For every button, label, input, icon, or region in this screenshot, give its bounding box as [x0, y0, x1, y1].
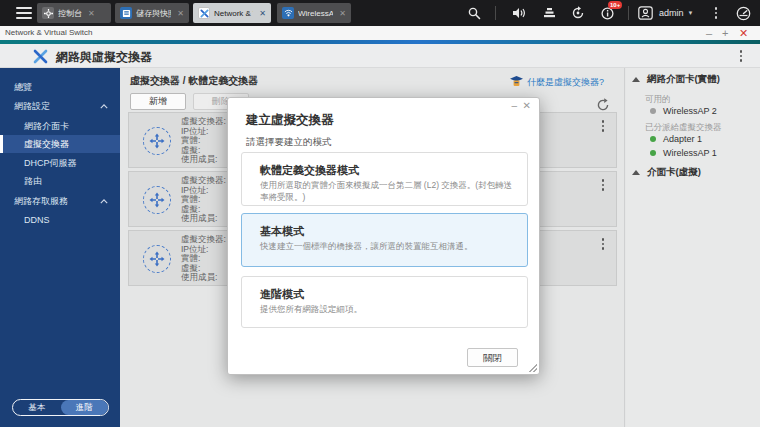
- sidebar-item-virtual-switch[interactable]: 虛擬交換器: [0, 135, 120, 153]
- user-name: admin: [659, 8, 684, 18]
- window-titlebar: Network & Virtual Switch – + ✕: [0, 26, 760, 40]
- option-advanced-mode[interactable]: 進階模式 提供您所有網路設定細項。: [241, 276, 528, 328]
- close-button[interactable]: 關閉: [467, 348, 518, 367]
- taskbar: 控制台 ✕ 儲存與快照... ✕ Network & Vi... ✕ Wirel…: [0, 0, 760, 26]
- window-title: Network & Virtual Switch: [5, 28, 92, 37]
- user-menu[interactable]: admin ▼: [659, 0, 693, 26]
- app-logo-icon: [32, 48, 49, 69]
- tab-storage-snapshots[interactable]: 儲存與快照... ✕: [115, 3, 189, 23]
- interface-item[interactable]: WirelessAP 1: [650, 148, 717, 158]
- tab-control-panel[interactable]: 控制台 ✕: [37, 3, 111, 23]
- wireless-icon: [282, 7, 294, 19]
- tab-label: Network & Vi...: [214, 9, 253, 18]
- row-more-icon[interactable]: [598, 119, 608, 133]
- taskbar-more-icon[interactable]: [711, 6, 721, 20]
- tab-close-icon[interactable]: ✕: [88, 9, 95, 18]
- storage-icon: [120, 7, 132, 19]
- dialog-close-icon[interactable]: ✕: [523, 100, 531, 111]
- panel-section-virtual[interactable]: 介面卡(虛擬): [632, 166, 701, 179]
- tab-wirelessap[interactable]: WirelessAP ... ✕: [277, 3, 351, 23]
- network-icon: [198, 7, 210, 19]
- mode-toggle: 基本 進階: [12, 399, 109, 416]
- sidebar-item-overview[interactable]: 總覽: [0, 78, 120, 96]
- dialog-subtitle: 請選擇要建立的模式: [246, 136, 332, 149]
- option-software-defined-mode[interactable]: 軟體定義交換器模式 使用所選取的實體介面來模擬成一台第二層 (L2) 交換器。(…: [241, 152, 528, 206]
- window-close-button[interactable]: ✕: [739, 26, 748, 40]
- gear-icon: [42, 7, 54, 19]
- collapse-triangle-icon: [632, 170, 640, 175]
- sidebar-item-network-interfaces[interactable]: 網路介面卡: [0, 117, 120, 135]
- help-link[interactable]: 什麼是虛擬交換器?: [510, 76, 604, 89]
- taskbar-divider: [495, 6, 496, 20]
- dialog-title: 建立虛擬交換器: [246, 112, 334, 129]
- option-basic-mode[interactable]: 基本模式 快速建立一個標準的橋接器，讓所選的裝置能互相溝通。: [241, 213, 528, 267]
- virtual-switch-icon: [143, 127, 171, 155]
- add-button[interactable]: 新增: [130, 93, 186, 110]
- status-dot-icon: [650, 150, 656, 156]
- interface-item[interactable]: Adapter 1: [650, 134, 702, 144]
- desktop: 控制台 ✕ 儲存與快照... ✕ Network & Vi... ✕ Wirel…: [0, 0, 760, 427]
- restart-services-icon[interactable]: [570, 5, 586, 21]
- panel-section-physical[interactable]: 網路介面卡(實體): [632, 73, 720, 86]
- collapse-triangle-icon: [632, 77, 640, 82]
- tab-close-icon[interactable]: ✕: [339, 9, 346, 18]
- tab-close-icon[interactable]: ✕: [259, 9, 266, 18]
- dialog-resize-handle[interactable]: [529, 364, 537, 372]
- sidebar-item-dhcp-server[interactable]: DHCP伺服器: [0, 154, 120, 172]
- window-maximize-button[interactable]: +: [722, 26, 728, 40]
- tab-label: 儲存與快照...: [136, 8, 171, 19]
- chevron-up-icon: [100, 199, 108, 204]
- virtual-switch-icon: [143, 186, 171, 214]
- tab-network-virtual-switch[interactable]: Network & Vi... ✕: [193, 3, 271, 23]
- interface-item[interactable]: WirelessAP 2: [650, 106, 717, 116]
- sidebar-item-ddns[interactable]: DDNS: [0, 211, 120, 229]
- sidebar-item-network-settings[interactable]: 網路設定: [0, 97, 120, 115]
- window-minimize-button[interactable]: –: [706, 26, 712, 40]
- volume-icon[interactable]: [511, 5, 527, 21]
- chevron-up-icon: [100, 104, 108, 109]
- chevron-down-icon: ▼: [688, 10, 694, 16]
- user-avatar-icon[interactable]: [637, 5, 653, 21]
- tab-label: 控制台: [58, 8, 82, 19]
- row-more-icon[interactable]: [598, 178, 608, 192]
- main-menu-icon[interactable]: [16, 7, 32, 19]
- sidebar: 總覽 網路設定 網路介面卡 虛擬交換器 DHCP伺服器 路由 網路存取服務 DD…: [0, 68, 120, 427]
- page-title: 網路與虛擬交換器: [56, 49, 152, 66]
- group-label-available: 可用的: [645, 94, 671, 106]
- status-dot-icon: [650, 136, 656, 142]
- notifications-icon[interactable]: 10+: [599, 5, 615, 21]
- refresh-icon[interactable]: [596, 98, 610, 112]
- header-more-icon[interactable]: [736, 49, 746, 63]
- mode-basic-button[interactable]: 基本: [13, 400, 61, 415]
- search-icon[interactable]: [466, 5, 482, 21]
- help-link-label: 什麼是虛擬交換器?: [527, 76, 604, 89]
- app-header: 網路與虛擬交換器: [0, 44, 760, 68]
- right-panel: 網路介面卡(實體) 可用的 WirelessAP 2 已分派給虛擬交換器 Ada…: [626, 68, 760, 427]
- mode-advanced-button[interactable]: 進階: [61, 400, 109, 415]
- tab-label: WirelessAP ...: [298, 9, 333, 18]
- group-label-assigned: 已分派給虛擬交換器: [645, 122, 722, 134]
- virtual-switch-icon: [143, 245, 171, 273]
- taskbar-divider: [628, 6, 629, 20]
- row-more-icon[interactable]: [598, 237, 608, 251]
- create-virtual-switch-dialog: – ✕ 建立虛擬交換器 請選擇要建立的模式 軟體定義交換器模式 使用所選取的實體…: [227, 97, 540, 375]
- dialog-minimize-icon[interactable]: –: [511, 100, 517, 111]
- sidebar-item-network-access[interactable]: 網路存取服務: [0, 192, 120, 210]
- sidebar-item-routing[interactable]: 路由: [0, 172, 120, 190]
- status-dot-icon: [650, 108, 656, 114]
- section-title: 虛擬交換器 / 軟體定義交換器: [130, 74, 258, 88]
- background-tasks-icon[interactable]: [541, 5, 557, 21]
- dashboard-icon[interactable]: [735, 5, 751, 21]
- tutor-icon: [510, 76, 523, 89]
- notification-badge: 10+: [608, 1, 622, 9]
- tab-close-icon[interactable]: ✕: [177, 9, 184, 18]
